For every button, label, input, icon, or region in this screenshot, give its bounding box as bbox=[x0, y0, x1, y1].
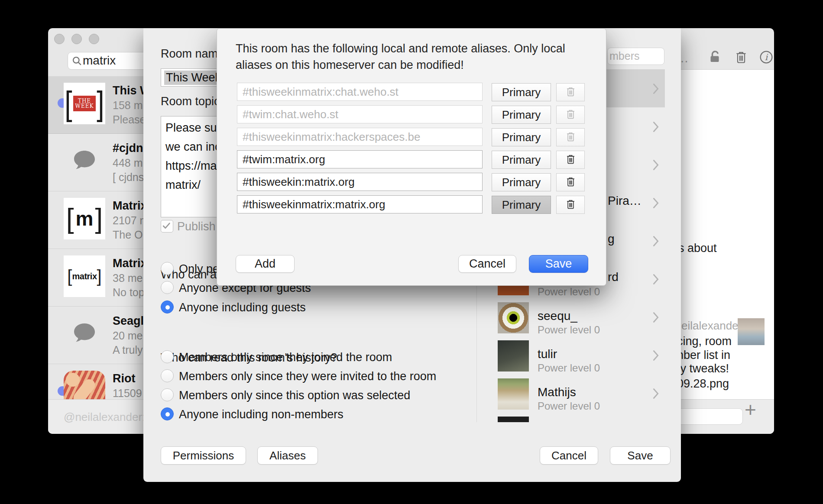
radio-icon[interactable] bbox=[161, 407, 174, 420]
room-list-item[interactable]: [m] Matrix 2107 n The O bbox=[48, 191, 143, 249]
window-close-button[interactable] bbox=[54, 34, 65, 44]
alias-add-button[interactable]: Add bbox=[236, 255, 295, 273]
alias-input[interactable] bbox=[237, 195, 483, 213]
radio-icon[interactable] bbox=[161, 300, 174, 313]
chat-sender-name: eilalexander bbox=[681, 319, 742, 333]
room-list-item[interactable]: Seagla 20 me A truly bbox=[48, 307, 143, 364]
permissions-button[interactable]: Permissions bbox=[161, 446, 246, 465]
trash-icon[interactable] bbox=[733, 48, 749, 66]
radio-icon[interactable] bbox=[161, 350, 174, 363]
radio-label: Members only since they were invited to … bbox=[179, 370, 436, 383]
alias-delete-button[interactable] bbox=[556, 83, 585, 101]
chat-message-line: ty tweaks! bbox=[677, 362, 729, 375]
aliases-dialog-message: This room has the following local and re… bbox=[236, 40, 589, 73]
alias-input[interactable] bbox=[237, 83, 483, 101]
info-icon[interactable]: i bbox=[758, 48, 774, 66]
alias-input[interactable] bbox=[237, 150, 483, 168]
settings-save-button[interactable]: Save bbox=[610, 446, 671, 465]
room-avatar bbox=[64, 313, 105, 355]
member-name-fragment: g bbox=[608, 232, 615, 246]
svg-text:i: i bbox=[765, 52, 768, 62]
member-name: Mathijs bbox=[538, 385, 576, 399]
room-title: This W bbox=[113, 84, 143, 97]
chevron-right-icon[interactable] bbox=[653, 83, 659, 96]
alias-primary-button[interactable]: Primary bbox=[492, 83, 551, 101]
radio-label: Only pe bbox=[179, 262, 219, 276]
unlock-icon[interactable] bbox=[707, 48, 723, 66]
radio-icon[interactable] bbox=[161, 262, 174, 275]
room-search-field[interactable] bbox=[68, 52, 151, 70]
trash-icon bbox=[565, 198, 577, 212]
chevron-right-icon[interactable] bbox=[653, 274, 659, 287]
chevron-right-icon[interactable] bbox=[653, 159, 659, 172]
alias-primary-button[interactable]: Primary bbox=[492, 196, 551, 214]
alias-input[interactable] bbox=[237, 173, 483, 191]
room-title: Riot bbox=[113, 372, 135, 385]
window-zoom-button[interactable] bbox=[89, 34, 99, 44]
avatar bbox=[498, 302, 529, 333]
room-topic-preview: [ cjdns bbox=[113, 171, 143, 184]
room-avatar: [THEWEEK] bbox=[64, 83, 105, 124]
room-topic-preview: The O bbox=[113, 229, 143, 241]
alias-delete-button[interactable] bbox=[556, 196, 585, 214]
member-list-item[interactable]: seequ_ Power level 0 bbox=[477, 298, 665, 336]
alias-primary-button[interactable]: Primary bbox=[492, 151, 551, 169]
member-filter-field[interactable] bbox=[607, 48, 664, 65]
alias-primary-button[interactable]: Primary bbox=[492, 128, 551, 146]
search-input[interactable] bbox=[83, 54, 143, 67]
alias-cancel-button[interactable]: Cancel bbox=[458, 255, 516, 273]
room-title: Seagla bbox=[113, 314, 143, 328]
radio-icon[interactable] bbox=[161, 281, 174, 294]
chevron-right-icon[interactable] bbox=[653, 350, 659, 363]
member-list-item[interactable]: Mathijs Power level 0 bbox=[477, 374, 665, 412]
room-name-label: Room nam bbox=[161, 47, 218, 61]
member-name-fragment: rd bbox=[608, 270, 619, 284]
room-list-item[interactable]: #cjdns 448 m [ cjdns bbox=[48, 134, 143, 191]
chevron-right-icon[interactable] bbox=[653, 236, 659, 249]
alias-save-button[interactable]: Save bbox=[529, 255, 588, 273]
member-list-item[interactable]: tulir Power level 0 bbox=[477, 336, 665, 374]
room-list-item[interactable]: [THEWEEK] This W 158 m Please bbox=[48, 76, 143, 134]
member-list-item[interactable] bbox=[477, 412, 665, 422]
room-topic-preview: Please bbox=[113, 113, 143, 126]
room-member-count: 2107 n bbox=[113, 214, 143, 227]
attach-plus-button[interactable]: + bbox=[745, 398, 756, 421]
trash-icon bbox=[565, 108, 577, 122]
settings-cancel-button[interactable]: Cancel bbox=[540, 446, 598, 465]
member-filter-input[interactable] bbox=[609, 50, 661, 62]
alias-input[interactable] bbox=[237, 105, 483, 123]
radio-label: Anyone including guests bbox=[179, 301, 306, 314]
aliases-button[interactable]: Aliases bbox=[257, 446, 318, 465]
user-id-label: @neilalexander: bbox=[64, 410, 145, 424]
room-list-item[interactable]: [matrix] Matrix 38 me No top bbox=[48, 249, 143, 307]
alias-delete-button[interactable] bbox=[556, 128, 585, 146]
chat-message-line: cing, room bbox=[677, 335, 732, 348]
alias-input[interactable] bbox=[237, 128, 483, 146]
alias-delete-button[interactable] bbox=[556, 173, 585, 191]
publish-checkbox[interactable] bbox=[161, 220, 173, 233]
alias-primary-button[interactable]: Primary bbox=[492, 106, 551, 124]
alias-row: Primary bbox=[217, 150, 607, 169]
alias-row: Primary bbox=[217, 195, 607, 214]
alias-delete-button[interactable] bbox=[556, 106, 585, 124]
alias-row: Primary bbox=[217, 105, 607, 124]
avatar bbox=[738, 318, 765, 345]
chevron-right-icon[interactable] bbox=[653, 312, 659, 325]
alias-primary-button[interactable]: Primary bbox=[492, 173, 551, 191]
room-title: Matrix bbox=[113, 257, 143, 270]
room-list-item[interactable]: Riot 11509 bbox=[48, 364, 143, 399]
member-name: seequ_ bbox=[538, 309, 577, 323]
alias-delete-button[interactable] bbox=[556, 151, 585, 169]
trash-icon bbox=[565, 85, 577, 99]
alias-row: Primary bbox=[217, 83, 607, 102]
radio-icon[interactable] bbox=[161, 369, 174, 382]
aliases-dialog: This room has the following local and re… bbox=[217, 28, 606, 286]
chevron-right-icon[interactable] bbox=[653, 121, 659, 134]
radio-icon[interactable] bbox=[161, 388, 174, 401]
chevron-right-icon[interactable] bbox=[653, 388, 659, 401]
member-power-level: Power level 0 bbox=[538, 324, 600, 336]
member-power-level: Power level 0 bbox=[538, 362, 600, 374]
chevron-right-icon[interactable] bbox=[653, 197, 659, 210]
chat-message-line: nber list in bbox=[677, 349, 730, 362]
window-minimize-button[interactable] bbox=[71, 34, 82, 44]
